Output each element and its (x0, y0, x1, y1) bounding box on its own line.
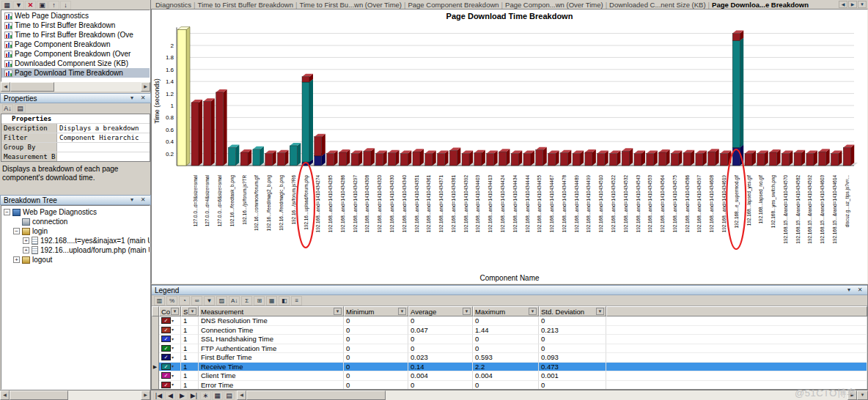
graph-tree-item[interactable]: Page Component Breakdown (Over (1, 49, 150, 59)
collapse-icon[interactable]: − (4, 209, 10, 215)
measurement-checkbox[interactable]: ✓▾ (159, 316, 181, 326)
graph-tree-scrollbar[interactable]: ◀ ▶ (1, 82, 150, 92)
property-row[interactable]: Group By (1, 143, 150, 152)
legend-row[interactable]: ✓▾1DNS Resolution Time0000 (152, 316, 867, 326)
legend-row[interactable]: ✓▾1FTP Authentication Time0000 (152, 344, 867, 354)
prev-record-icon[interactable]: ◀ (165, 391, 176, 400)
tab-2[interactable]: Time to First Buffer Breakdown (196, 1, 295, 9)
granularity-icon[interactable]: ◔ (179, 296, 190, 305)
scroll-left-icon[interactable]: ◀ (0, 390, 10, 400)
legend-row[interactable]: ✓▾1Error Time0000 (152, 381, 867, 390)
export-icon[interactable]: ◧ (279, 296, 290, 305)
scrollbar-track[interactable] (10, 390, 141, 400)
column-header-sca[interactable]: Sca▼ (181, 306, 199, 316)
close-icon[interactable]: ✕ (856, 286, 864, 295)
columns-icon[interactable]: ≡ (291, 296, 302, 305)
graph-settings-icon[interactable]: ▨ (216, 296, 227, 305)
next-record-icon[interactable]: ▶ (177, 391, 188, 400)
sort-icon[interactable]: A↓ (229, 296, 240, 305)
sort-alphabetical-icon[interactable]: A↓ (2, 104, 13, 113)
scroll-right-icon[interactable]: ▶ (141, 82, 150, 92)
tab-6[interactable]: Downloaded C...nent Size (KB) (607, 1, 707, 9)
scroll-left-icon[interactable]: ◀ (237, 390, 246, 400)
pin-icon[interactable]: ▾ (128, 196, 136, 204)
property-value[interactable] (57, 152, 150, 161)
tab-list-icon[interactable]: ▼ (858, 1, 867, 8)
scrollbar-thumb[interactable] (10, 390, 68, 400)
close-icon[interactable]: ✕ (139, 95, 147, 103)
graph-tree-item[interactable]: Time to First Buffer Breakdown (Ove (1, 30, 150, 40)
scroll-right-icon[interactable]: ▶ (141, 390, 150, 400)
column-dropdown-icon[interactable]: ▼ (529, 308, 537, 315)
measurement-checkbox[interactable]: ✓▾ (159, 371, 181, 381)
measurement-checkbox[interactable]: ✓▾ (159, 335, 181, 344)
breakdown-node[interactable]: connection (1, 217, 150, 226)
pin-icon[interactable]: ▾ (128, 95, 136, 103)
new-record-icon[interactable]: ∗ (200, 391, 211, 400)
graph-tree-item[interactable]: Page Component Breakdown (1, 40, 150, 49)
measurement-checkbox[interactable]: ✓▾ (159, 326, 181, 336)
tab-5[interactable]: Page Compon...wn (Over Time) (503, 1, 606, 9)
scroll-left-icon[interactable]: ◀ (1, 82, 10, 92)
measurement-checkbox[interactable]: ✓▾ (159, 381, 181, 390)
breakdown-node[interactable]: +192.16...upload/forum.php (main URL) (1, 245, 150, 255)
tab-3[interactable]: Time to First Bu...wn (Over Time) (297, 1, 404, 9)
breakdown-node[interactable]: −Web Page Diagnostics (1, 207, 150, 217)
column-dropdown-icon[interactable]: ▼ (334, 308, 342, 315)
duplicate-graph-icon[interactable]: ▣ (37, 1, 48, 10)
tab-4[interactable]: Page Component Breakdown (405, 1, 501, 9)
scrollbar-thumb[interactable] (10, 82, 54, 92)
delete-graph-icon[interactable]: ✕ (25, 1, 36, 10)
property-row[interactable]: DescriptionDisplays a breakdown (1, 124, 150, 133)
grid-view-icon[interactable]: ▦ (212, 391, 223, 400)
expand-icon[interactable]: + (23, 237, 29, 244)
tab-1[interactable]: Diagnostics (153, 1, 194, 9)
filter-icon[interactable]: ▼ (13, 1, 24, 10)
graph-tree-item[interactable]: Web Page Diagnostics (1, 11, 150, 21)
percent-icon[interactable]: % (166, 296, 177, 305)
graph-tree-item[interactable]: Time to First Buffer Breakdown (1, 21, 150, 30)
property-value[interactable] (57, 143, 150, 152)
column-header-std-deviation[interactable]: Std. Deviation▼ (539, 306, 606, 316)
sidebar-bottom-scrollbar[interactable]: ◀ ▶ (0, 390, 151, 400)
property-row[interactable]: Measurement Breakd (1, 152, 150, 162)
legend-row[interactable]: ✓▾1Connection Time00.0471.440.213 (152, 326, 867, 336)
property-value[interactable]: Displays a breakdown (57, 124, 150, 133)
first-record-icon[interactable]: |◀ (153, 391, 164, 400)
breakdown-node[interactable]: +logout (1, 255, 150, 264)
column-header-col[interactable]: Col▼ (159, 306, 181, 316)
column-dropdown-icon[interactable]: ▼ (398, 308, 406, 315)
add-measurement-icon[interactable]: ⊞ (254, 296, 265, 305)
column-header-measurement[interactable]: Measurement▼ (199, 306, 344, 316)
measurement-checkbox[interactable]: ✓▾ (159, 344, 181, 354)
tab-scroll-right-icon[interactable]: ▶ (848, 1, 857, 8)
scrollbar-thumb[interactable] (246, 390, 386, 400)
move-up-icon[interactable]: ↑ (48, 1, 59, 10)
property-row[interactable]: FilterComponent Hierarchic (1, 133, 150, 143)
scrollbar-track[interactable] (10, 82, 141, 92)
column-dropdown-icon[interactable]: ▼ (188, 308, 196, 315)
move-down-icon[interactable]: ↓ (60, 1, 71, 10)
graph-list-icon[interactable]: ▦ (1, 1, 12, 10)
expand-icon[interactable]: + (23, 247, 29, 253)
breakdown-node[interactable]: +192.168....t=yes&inajax=1 (main URL) (1, 236, 150, 245)
property-value[interactable]: Component Hierarchic (57, 133, 150, 142)
statistics-icon[interactable]: Σ (241, 296, 252, 305)
column-dropdown-icon[interactable]: ▼ (596, 308, 604, 315)
tab-scroll-left-icon[interactable]: ◀ (839, 1, 847, 8)
scroll-corner-menu-icon[interactable]: ▼ (857, 390, 868, 400)
auto-correlate-icon[interactable]: ∞ (191, 296, 202, 305)
tab-7[interactable]: Page Downloa...e Breakdown (710, 1, 811, 9)
legend-row[interactable]: ✓▾1SSL Handshaking Time0000 (152, 335, 867, 344)
graph-tree-item[interactable]: Downloaded Component Size (KB) (1, 59, 150, 68)
raw-data-icon[interactable]: ▦ (266, 296, 277, 305)
column-dropdown-icon[interactable]: ▼ (171, 308, 179, 315)
breakdown-node[interactable]: −login (1, 226, 150, 236)
close-icon[interactable]: ✕ (139, 196, 147, 204)
last-record-icon[interactable]: ▶| (188, 391, 199, 400)
column-header-maximum[interactable]: Maximum▼ (473, 306, 539, 316)
scrollbar-track[interactable] (246, 390, 847, 400)
column-dropdown-icon[interactable]: ▼ (463, 308, 471, 315)
configure-measurements-icon[interactable]: ▥ (154, 296, 165, 305)
legend-row[interactable]: ✓▾1Client Time00.0040.0040.001 (152, 371, 867, 381)
